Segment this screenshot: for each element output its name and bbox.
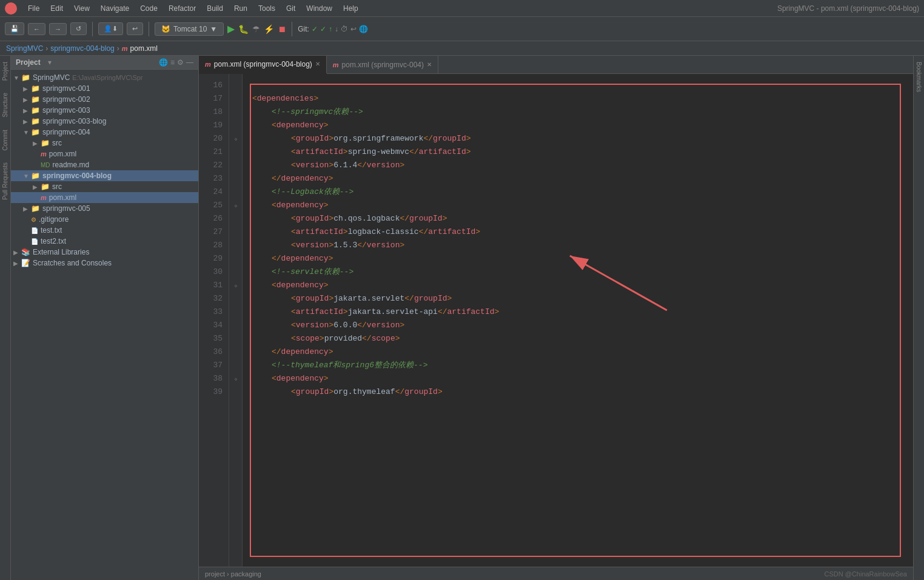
git-history-icon[interactable]: ⏱ (341, 25, 348, 33)
panel-settings-icon[interactable]: ⚙ (177, 58, 184, 67)
tree-item-label: External Libraries (33, 248, 89, 256)
toolbar-undo-btn[interactable]: ↩ (127, 22, 143, 35)
tree-item-readme-004[interactable]: MD readme.md (11, 159, 198, 170)
tree-item-label: pom.xml (49, 150, 76, 158)
menu-build[interactable]: Build (202, 3, 228, 14)
coverage-button[interactable]: ☂ (252, 24, 260, 34)
git-check-icon[interactable]: ✓ (312, 25, 318, 33)
menu-help[interactable]: Help (338, 3, 363, 14)
code-line-20: <groupId>org.springframework</groupId> (243, 132, 913, 145)
tree-item-pom-004[interactable]: m pom.xml (11, 148, 198, 159)
menu-refactor[interactable]: Refactor (164, 3, 201, 14)
tree-item-springmvc-004[interactable]: ▼ 📁 springmvc-004 (11, 127, 198, 138)
git-fetch-icon[interactable]: ↓ (335, 25, 338, 33)
tab-close-btn[interactable]: ✕ (427, 61, 432, 68)
run-button[interactable]: ▶ (227, 23, 235, 35)
tree-item-label: pom.xml (49, 193, 76, 202)
tree-item-label: src (52, 139, 62, 147)
profile-button[interactable]: ⚡ (264, 24, 274, 34)
toolbar-save-btn[interactable]: 💾 (5, 22, 24, 35)
panel-scope-icon[interactable]: 🌐 (159, 58, 168, 67)
tree-item-test-txt[interactable]: 📄 test.txt (11, 225, 198, 236)
tree-item-springmvc-001[interactable]: ▶ 📁 springmvc-001 (11, 83, 198, 94)
toolbar-forward-btn[interactable]: → (49, 23, 67, 35)
code-content[interactable]: <dependencies> <!--springmvc依赖--> <depen… (243, 74, 913, 567)
stop-button[interactable]: ⏹ (278, 24, 286, 34)
panel-hide-icon[interactable]: — (186, 58, 193, 67)
panel-collapse-icon[interactable]: ≡ (170, 58, 175, 67)
window-title: SpringMVC - pom.xml (springmvc-004-blog) (777, 4, 919, 13)
menu-run[interactable]: Run (229, 3, 252, 14)
breadcrumb-root[interactable]: SpringMVC (6, 44, 43, 53)
tree-item-label: test2.txt (41, 237, 66, 245)
menu-git[interactable]: Git (281, 3, 300, 14)
sidebar-tab-project[interactable]: Project (0, 56, 10, 87)
menu-view[interactable]: View (69, 3, 95, 14)
tab-close-btn[interactable]: ✕ (315, 61, 320, 67)
sidebar-tab-structure[interactable]: Structure (0, 87, 10, 124)
code-editor: 16 17 18 19 20 21 22 23 24 25 26 27 28 2… (199, 74, 913, 567)
tree-item-springmvc[interactable]: ▼ 📁 SpringMVC E:\Java\SpringMVC\Spr (11, 72, 198, 83)
toolbar-refresh-btn[interactable]: ↺ (70, 22, 87, 35)
tree-item-springmvc-003-blog[interactable]: ▶ 📁 springmvc-003-blog (11, 116, 198, 127)
toolbar-separator-2 (149, 22, 149, 36)
app-logo (5, 2, 17, 15)
tree-item-external-libraries[interactable]: ▶ 📚 External Libraries (11, 247, 198, 258)
menubar: File Edit View Navigate Code Refactor Bu… (0, 0, 924, 17)
git-translate-icon[interactable]: 🌐 (359, 25, 368, 33)
tree-item-label: springmvc-002 (42, 95, 90, 104)
tree-item-test2-txt[interactable]: 📄 test2.txt (11, 236, 198, 247)
scratches-icon: 📝 (21, 259, 30, 267)
project-panel: Project ▾ 🌐 ≡ ⚙ — ▼ 📁 SpringMVC E:\Java\… (11, 56, 199, 580)
breadcrumb-file-icon: m (122, 45, 128, 52)
right-side-tabs: Bookmarks (913, 56, 924, 580)
tree-item-springmvc-003[interactable]: ▶ 📁 springmvc-003 (11, 105, 198, 116)
tree-item-springmvc-002[interactable]: ▶ 📁 springmvc-002 (11, 94, 198, 105)
right-tab-bookmarks[interactable]: Bookmarks (914, 56, 924, 98)
sidebar-tab-commit[interactable]: Commit (0, 124, 10, 156)
menu-tools[interactable]: Tools (253, 3, 280, 14)
git-push-icon[interactable]: ↑ (329, 25, 332, 33)
menu-navigate[interactable]: Navigate (96, 3, 134, 14)
folder-icon: 📁 (31, 204, 40, 213)
sidebar-tab-pull-requests[interactable]: Pull Requests (0, 156, 10, 206)
expand-icon: ▼ (23, 173, 29, 179)
git-check-icon-2[interactable]: ✓ (320, 25, 326, 33)
tree-item-pom-004-blog[interactable]: m pom.xml (11, 192, 198, 203)
toolbar-back-btn[interactable]: ← (28, 23, 45, 35)
folder-icon: 📁 (31, 95, 40, 104)
tree-item-label: springmvc-004-blog (42, 172, 112, 180)
gutter: ⬦ ⬦ ⬦ ⬦ (229, 74, 243, 567)
expand-icon: ▶ (13, 249, 19, 256)
tree-item-gitignore[interactable]: ⚙ .gitignore (11, 214, 198, 225)
breadcrumb: SpringMVC › springmvc-004-blog › m pom.x… (0, 41, 924, 56)
code-line-31: <dependency> (243, 279, 913, 292)
code-line-32: <groupId>jakarta.servlet</groupId> (243, 292, 913, 305)
tree-item-label: readme.md (53, 161, 90, 169)
git-revert-icon[interactable]: ↩ (350, 25, 357, 33)
tree-item-label: springmvc-004 (42, 128, 90, 136)
toolbar-vcs-btn[interactable]: 👤⬇ (98, 22, 123, 35)
tree-item-src-004-blog[interactable]: ▶ 📁 src (11, 181, 198, 192)
menu-edit[interactable]: Edit (45, 3, 68, 14)
tab-icon: m (205, 61, 211, 68)
menu-file[interactable]: File (23, 3, 44, 14)
tree-item-springmvc-004-blog[interactable]: ▼ 📁 springmvc-004-blog (11, 170, 198, 181)
folder-icon: 📁 (21, 73, 30, 82)
menu-code[interactable]: Code (135, 3, 162, 14)
tomcat-icon: 🐱 (161, 25, 170, 33)
menu-window[interactable]: Window (301, 3, 337, 14)
left-side-tabs: Project Structure Commit Pull Requests (0, 56, 11, 580)
tab-pom-004[interactable]: m pom.xml (springmvc-004) ✕ (327, 56, 438, 74)
tree-item-springmvc-005[interactable]: ▶ 📁 springmvc-005 (11, 203, 198, 214)
tomcat-selector[interactable]: 🐱 Tomcat 10 ▼ (155, 22, 224, 36)
tree-item-label: springmvc-003 (42, 106, 90, 115)
tab-pom-004-blog[interactable]: m pom.xml (springmvc-004-blog) ✕ (199, 56, 327, 74)
breadcrumb-module[interactable]: springmvc-004-blog (50, 44, 114, 53)
tree-item-scratches[interactable]: ▶ 📝 Scratches and Consoles (11, 258, 198, 268)
debug-button[interactable]: 🐛 (238, 24, 249, 34)
code-line-35: <scope>provided</scope> (243, 332, 913, 345)
code-line-17: <dependencies> (243, 92, 913, 105)
tree-item-src-004[interactable]: ▶ 📁 src (11, 138, 198, 148)
expand-icon: ▶ (23, 85, 29, 92)
